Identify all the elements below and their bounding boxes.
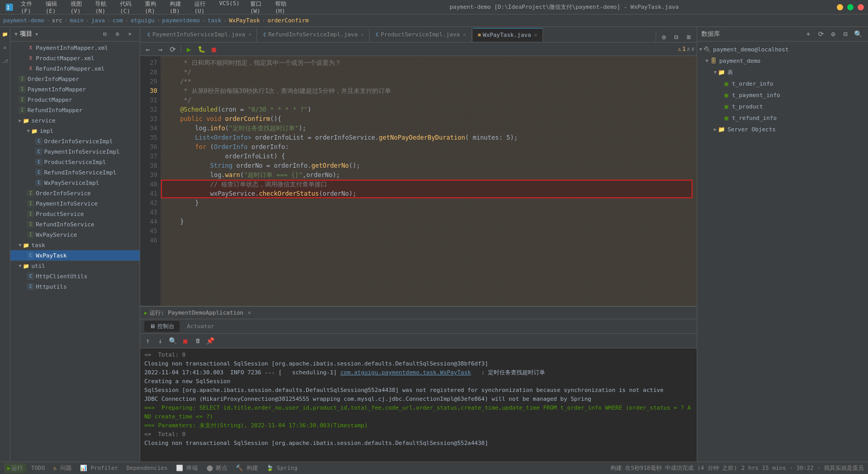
scroll-up-btn[interactable]: ↑ [142, 336, 154, 346]
tree-item-wxpaytask[interactable]: C WxPayTask [10, 250, 140, 261]
tree-item-refundinfoserviceimpl[interactable]: C RefundInfoServiceImpl [10, 167, 140, 178]
tab-refundinfoserviceimpl[interactable]: C RefundInfoServiceImpl.java × [258, 28, 370, 42]
stop-process-btn[interactable]: ■ [180, 336, 191, 346]
dependencies-tab[interactable]: Dependencies [123, 464, 170, 472]
tree-item-refundinfoservice[interactable]: I RefundInfoService [10, 219, 140, 229]
breadcrumb-item[interactable]: payment-demo [3, 17, 44, 24]
debug-btn[interactable]: 🐛 [196, 44, 207, 55]
settings-btn[interactable]: ⚙ [112, 29, 123, 39]
tree-item-paymentinfoserviceimpl[interactable]: C PaymentInfoServiceImpl [10, 146, 140, 157]
structure-icon[interactable]: ≡ [0, 43, 11, 53]
tree-item-productservice[interactable]: I ProductService [10, 209, 140, 219]
db-settings-btn[interactable]: ⚙ [828, 29, 839, 39]
tree-item-impl-folder[interactable]: ▼ 📁 impl [10, 126, 140, 136]
filter-btn[interactable]: 🔍 [167, 336, 179, 346]
maximize-btn[interactable] [847, 4, 853, 10]
db-server-item[interactable]: ▼ 🔌 payment_demo@localhost [697, 44, 868, 55]
tree-item-paymentinfomapper-xml[interactable]: X PaymentInfoMapper.xml [10, 43, 140, 53]
breadcrumb-item[interactable]: orderConfirm [267, 17, 308, 24]
tree-item-task-folder[interactable]: ▼ 📁 task [10, 240, 140, 250]
problems-tab[interactable]: ⚠ 问题 [50, 463, 75, 473]
db-table-order-info[interactable]: ▦ t_order_info [697, 78, 868, 89]
breadcrumb-item[interactable]: atguigu [130, 17, 154, 24]
clear-console-btn[interactable]: 🗑 [192, 336, 204, 346]
tab-productserviceimpl[interactable]: C ProductServiceImpl.java × [371, 28, 472, 42]
sidebar-dropdown[interactable]: ▼ [35, 32, 38, 37]
menu-code[interactable]: 代码(C) [118, 0, 137, 16]
tree-item-wxpayserviceimpl[interactable]: C WxPayServiceImpl [10, 178, 140, 188]
breadcrumb-item[interactable]: java [91, 17, 105, 24]
db-table-refund-info[interactable]: ▦ t_refund_info [697, 112, 868, 124]
tree-item-httputils[interactable]: C Httputils [10, 281, 140, 292]
build-tab[interactable]: 🔨 构建 [233, 463, 261, 473]
back-btn[interactable]: ← [142, 44, 154, 55]
code-lines[interactable]: * 日和周不能同时指定，指定其中一个或另一个设置为？ */ /** * 从第0秒… [161, 56, 697, 306]
terminal-tab[interactable]: ⬜ 终端 [173, 463, 201, 473]
minimize-btn[interactable] [837, 4, 843, 10]
tree-item-productserviceimpl[interactable]: C ProductServiceImpl [10, 157, 140, 167]
tab-close-btn2[interactable]: × [361, 32, 364, 37]
tree-item-orderinfomapper[interactable]: I OrderInfoMapper [10, 74, 140, 84]
tree-item-refundinfomapper[interactable]: I RefundInfoMapper [10, 105, 140, 115]
breakpoints-tab[interactable]: ⬤ 断点 [204, 463, 231, 473]
tree-item-orderinfoservice[interactable]: I OrderInfoService [10, 188, 140, 198]
db-table-product[interactable]: ▦ t_product [697, 101, 868, 112]
menu-bar[interactable]: 文件(F) 编辑(E) 视图(V) 导航(N) 代码(C) 重构(R) 构建(B… [19, 0, 291, 16]
close-btn[interactable] [858, 4, 864, 10]
breadcrumb-item[interactable]: task [208, 17, 222, 24]
refresh-btn[interactable]: ⟳ [167, 44, 179, 55]
spring-tab[interactable]: 🍃 Spring [263, 464, 301, 472]
db-tables-folder[interactable]: ▼ 📁 表 [697, 66, 868, 78]
bottom-tab-actuator[interactable]: Actuator [182, 321, 220, 331]
profiler-tab[interactable]: 📊 Profiler [77, 464, 121, 472]
menu-nav[interactable]: 导航(N) [93, 0, 112, 16]
tab-pin-btn[interactable]: ⊞ [683, 32, 695, 42]
menu-vcs[interactable]: VCS(S) [217, 0, 242, 16]
project-icon[interactable]: 📁 [0, 29, 11, 39]
breadcrumb-item[interactable]: com [113, 17, 123, 24]
stop-btn[interactable]: ■ [208, 44, 220, 55]
code-editor[interactable]: 27 28 29 30 31 32 33 34 35 36 37 38 39 4… [140, 56, 697, 306]
forward-btn[interactable]: → [155, 44, 166, 55]
tree-item-paymentinfomapper[interactable]: I PaymentInfoMapper [10, 84, 140, 94]
tree-item-productmapper[interactable]: I ProductMapper [10, 94, 140, 105]
run-btn[interactable]: ▶ [183, 44, 195, 55]
db-filter-btn[interactable]: 🔍 [852, 29, 864, 39]
tree-item-service-folder[interactable]: ▶ 📁 service [10, 115, 140, 126]
menu-window[interactable]: 窗口(W) [248, 0, 267, 16]
db-refresh-btn[interactable]: ⟳ [815, 29, 826, 39]
breadcrumb-item[interactable]: main [70, 17, 84, 24]
tab-settings-btn[interactable]: ⚙ [658, 32, 670, 42]
menu-build[interactable]: 构建(B) [168, 0, 186, 16]
tab-close-btn3[interactable]: × [463, 32, 466, 37]
warning-indicator[interactable]: ⚠1∧∨ [678, 46, 695, 52]
db-add-btn[interactable]: + [803, 29, 814, 39]
db-collapse-btn[interactable]: ⊟ [840, 29, 851, 39]
run-tab[interactable]: ▶ 运行 [4, 463, 26, 473]
menu-run[interactable]: 运行(U) [192, 0, 211, 16]
tab-close-btn[interactable]: × [248, 32, 251, 37]
menu-help[interactable]: 帮助(H) [273, 0, 292, 16]
menu-refactor[interactable]: 重构(R) [143, 0, 161, 16]
breadcrumb-item[interactable]: paymentdemo [162, 17, 200, 24]
tree-item-paymentinfoservice[interactable]: I PaymentInfoService [10, 198, 140, 209]
tree-item-orderinfoserviceimpl[interactable]: C OrderInfoServiceImpl [10, 136, 140, 146]
db-server-objects[interactable]: ▶ 📁 Server Objects [697, 124, 868, 135]
scroll-down-btn[interactable]: ↓ [155, 336, 166, 346]
tab-paymentinfoserviceimpl[interactable]: C PaymentInfoServiceImpl.java × [142, 28, 257, 42]
collapse-all-btn[interactable]: ⊟ [99, 29, 111, 39]
tab-split-btn[interactable]: ⊟ [671, 32, 682, 42]
tree-item-httpclientutils[interactable]: C HttpClientUtils [10, 271, 140, 281]
tree-item-wxpayservice[interactable]: I WxPayService [10, 229, 140, 240]
tree-item-refundinfomapper-xml[interactable]: X RefundInfoMapper.xml [10, 63, 140, 74]
bottom-tab-console[interactable]: 🖥 控制台 [144, 321, 180, 332]
todo-tab[interactable]: TODO [28, 464, 48, 472]
pin-console-btn[interactable]: 📌 [205, 336, 216, 346]
tree-item-productmapper-xml[interactable]: X ProductMapper.xml [10, 53, 140, 63]
tab-close-btn4[interactable]: × [534, 32, 537, 38]
breadcrumb-item[interactable]: WxPayTask [229, 17, 260, 24]
menu-edit[interactable]: 编辑(E) [44, 0, 62, 16]
git-icon[interactable]: ⎇ [0, 56, 11, 66]
breadcrumb-item[interactable]: src [52, 17, 62, 24]
db-table-payment-info[interactable]: ▦ t_payment_info [697, 89, 868, 101]
